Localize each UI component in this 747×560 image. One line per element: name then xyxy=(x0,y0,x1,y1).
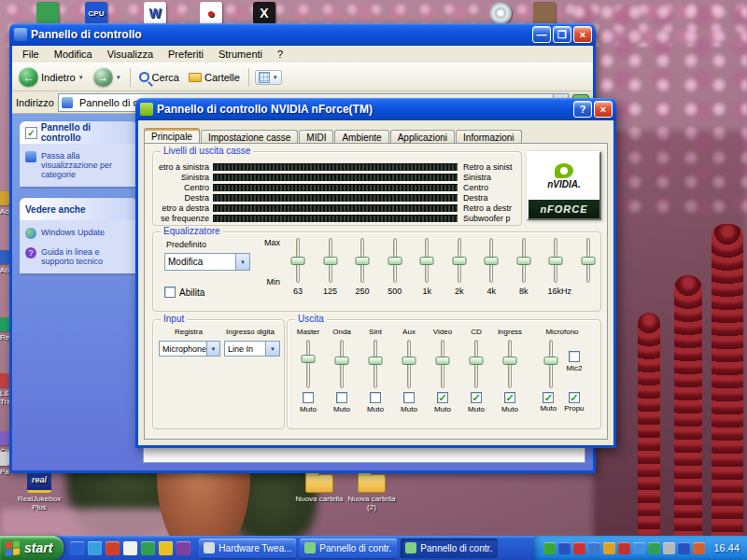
tray-icon-8[interactable] xyxy=(663,542,675,554)
quicklaunch-icon-4[interactable] xyxy=(141,541,155,555)
sidebar-box-header[interactable]: ✓ Pannello di controllo xyxy=(20,121,137,144)
eq-band-slider-2[interactable] xyxy=(354,236,371,285)
mute-checkbox-microfono[interactable]: ✓ xyxy=(543,392,554,403)
eq-band-slider-7[interactable] xyxy=(515,236,532,285)
eq-band-slider-3-thumb[interactable] xyxy=(388,257,402,265)
tray-icon-2[interactable] xyxy=(573,542,585,554)
boost-checkbox[interactable]: ✓ xyxy=(569,392,580,403)
eq-band-slider-5[interactable] xyxy=(451,236,468,285)
close-button[interactable]: × xyxy=(573,26,592,43)
volume-slider-aux-thumb[interactable] xyxy=(402,357,416,365)
forward-button[interactable]: → ▼ xyxy=(91,66,124,88)
volume-slider-cd-thumb[interactable] xyxy=(470,357,484,365)
task-button-1[interactable]: Pannello di contr... xyxy=(300,539,397,558)
volume-slider-master[interactable] xyxy=(300,338,317,390)
tray-icon-7[interactable] xyxy=(648,542,660,554)
mute-checkbox-sint[interactable] xyxy=(370,392,381,403)
eq-preset-select[interactable]: Modifica ▼ xyxy=(164,253,250,271)
eq-band-slider-1-thumb[interactable] xyxy=(323,257,337,265)
close-button[interactable]: × xyxy=(594,101,613,118)
quicklaunch-icon-6[interactable] xyxy=(176,541,190,555)
eq-band-slider-9-thumb[interactable] xyxy=(581,257,595,265)
eq-band-slider-6-thumb[interactable] xyxy=(485,257,499,265)
cp-titlebar[interactable]: Pannello di controllo — ❐ × xyxy=(9,23,596,46)
quicklaunch-icon-3[interactable] xyxy=(123,541,137,555)
eq-band-slider-1[interactable] xyxy=(322,236,339,285)
mute-checkbox-onda[interactable] xyxy=(336,392,347,403)
eq-band-slider-5-thumb[interactable] xyxy=(452,257,466,265)
mute-checkbox-master[interactable] xyxy=(303,392,314,403)
volume-slider-onda[interactable] xyxy=(333,338,350,390)
start-button[interactable]: start xyxy=(0,536,63,560)
tray-icon-6[interactable] xyxy=(633,542,645,554)
desktop-icon-folder-1[interactable]: Nuova cartella xyxy=(291,474,347,503)
mute-checkbox-cd[interactable]: ✓ xyxy=(471,392,482,403)
record-source-select[interactable]: Microphone ▼ xyxy=(159,341,220,357)
taskbar-clock[interactable]: 16.44 xyxy=(713,542,740,553)
help-button[interactable]: ? xyxy=(573,101,592,118)
dialog-titlebar[interactable]: Pannello di controllo NVIDIA nForce(TM) … xyxy=(135,98,616,120)
quicklaunch-icon-2[interactable] xyxy=(106,541,120,555)
volume-slider-cd[interactable] xyxy=(468,338,485,390)
eq-band-slider-0[interactable] xyxy=(289,236,306,285)
views-button[interactable]: ▼ xyxy=(255,70,282,85)
eq-band-slider-4-thumb[interactable] xyxy=(420,257,434,265)
quicklaunch-icon-0[interactable] xyxy=(70,541,84,555)
eq-band-slider-8[interactable] xyxy=(547,236,564,285)
mute-checkbox-aux[interactable] xyxy=(403,392,415,403)
folders-button[interactable]: Cartelle xyxy=(186,71,243,84)
menu-item-0[interactable]: File xyxy=(16,48,46,61)
tray-icon-10[interactable] xyxy=(693,542,705,554)
eq-band-slider-4[interactable] xyxy=(418,236,435,285)
eq-band-slider-6[interactable] xyxy=(483,236,500,285)
volume-slider-onda-thumb[interactable] xyxy=(335,357,349,365)
mic2-checkbox[interactable] xyxy=(569,351,580,362)
quicklaunch-icon-1[interactable] xyxy=(88,541,102,555)
task-button-2[interactable]: Pannello di contr... xyxy=(401,539,498,558)
volume-slider-master-thumb[interactable] xyxy=(302,355,316,363)
tray-icon-4[interactable] xyxy=(603,542,615,554)
task-button-0[interactable]: Hardware Twea... xyxy=(199,539,296,558)
minimize-button[interactable]: — xyxy=(532,26,551,43)
tray-icon-1[interactable] xyxy=(558,542,571,554)
sidebar-item[interactable]: Windows Update xyxy=(25,228,132,239)
sidebar-item[interactable]: Passa alla visualizzazione per categorie xyxy=(25,151,132,179)
menu-item-2[interactable]: Visualizza xyxy=(101,48,160,61)
eq-band-slider-0-thumb[interactable] xyxy=(291,257,305,265)
volume-slider-microfono[interactable] xyxy=(543,338,559,390)
tray-icon-9[interactable] xyxy=(678,542,690,554)
volume-slider-ingress[interactable] xyxy=(501,338,518,390)
mute-checkbox-ingress[interactable]: ✓ xyxy=(504,392,515,403)
tab-informazioni[interactable]: Informazioni xyxy=(456,130,521,144)
tab-applicazioni[interactable]: Applicazioni xyxy=(390,130,455,144)
desktop-icon-folder-2[interactable]: Nuova cartella (2) xyxy=(344,474,400,511)
menu-item-4[interactable]: Strumenti xyxy=(212,48,269,61)
eq-band-slider-2-thumb[interactable] xyxy=(356,257,370,265)
sidebar-item[interactable]: ?Guida in linea e supporto tecnico xyxy=(25,247,132,266)
tray-icon-0[interactable] xyxy=(543,542,556,554)
menu-item-1[interactable]: Modifica xyxy=(48,48,99,61)
tab-principale[interactable]: Principale xyxy=(144,128,200,143)
desktop-icon-realjukebox[interactable]: real RealJukebox Plus xyxy=(9,469,69,511)
mute-checkbox-video[interactable]: ✓ xyxy=(437,392,448,403)
tray-icon-5[interactable] xyxy=(618,542,630,554)
sidebar-box-header[interactable]: Vedere anche xyxy=(20,198,137,220)
eq-enable-checkbox[interactable] xyxy=(164,287,176,298)
eq-band-slider-8-thumb[interactable] xyxy=(549,257,563,265)
tab-ambiente[interactable]: Ambiente xyxy=(334,130,388,144)
volume-slider-video-thumb[interactable] xyxy=(436,357,450,365)
eq-band-slider-7-thumb[interactable] xyxy=(516,257,530,265)
back-button[interactable]: ← Indietro ▼ xyxy=(16,66,87,88)
volume-slider-aux[interactable] xyxy=(401,338,417,390)
menu-item-5[interactable]: ? xyxy=(271,48,289,61)
volume-slider-ingress-thumb[interactable] xyxy=(503,357,517,365)
volume-slider-sint-thumb[interactable] xyxy=(369,357,383,365)
search-button[interactable]: Cerca xyxy=(136,71,182,84)
volume-slider-microfono-thumb[interactable] xyxy=(543,357,557,365)
eq-band-slider-3[interactable] xyxy=(387,236,403,285)
digital-input-select[interactable]: Line In ▼ xyxy=(224,341,280,357)
menu-item-3[interactable]: Preferiti xyxy=(162,48,210,61)
tab-midi[interactable]: MIDI xyxy=(299,130,333,144)
quicklaunch-icon-5[interactable] xyxy=(159,541,173,555)
tab-impostazione-casse[interactable]: Impostazione casse xyxy=(201,130,298,144)
